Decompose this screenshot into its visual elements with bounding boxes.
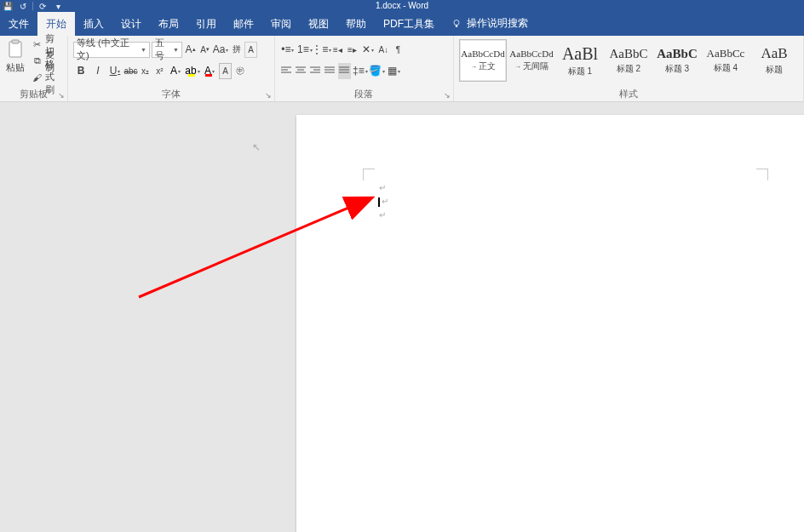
scissors-icon: ✂ — [32, 39, 42, 51]
tell-me[interactable]: 操作说明搜索 — [443, 16, 535, 36]
align-left-button[interactable] — [280, 63, 293, 79]
group-paragraph: •≡▾ 1≡▾ ⋮≡▾ ≡◂ ≡▸ ✕▾ A↓ ¶ — [275, 36, 454, 101]
italic-button[interactable]: I — [90, 63, 106, 79]
highlight-button[interactable]: ab▾ — [185, 63, 200, 79]
qat-more-icon[interactable]: ▾ — [52, 1, 64, 11]
format-painter-button[interactable]: 🖌格式刷 — [31, 70, 62, 84]
paragraph-mark-icon: ↵ — [379, 210, 386, 220]
svg-rect-1 — [456, 25, 457, 26]
paragraph-launcher-icon[interactable]: ↘ — [444, 91, 451, 100]
tab-view[interactable]: 视图 — [300, 12, 337, 36]
tab-references[interactable]: 引用 — [187, 12, 225, 36]
group-label-font: 字体↘ — [73, 86, 269, 101]
decrease-indent-button[interactable]: ≡◂ — [331, 42, 344, 58]
grow-font-button[interactable]: A▴ — [184, 42, 197, 58]
change-case-button[interactable]: Aa▾ — [213, 42, 228, 58]
ribbon-tabs: 文件 开始 插入 设计 布局 引用 邮件 审阅 视图 帮助 PDF工具集 操作说… — [0, 12, 804, 36]
show-marks-button[interactable]: ¶ — [392, 42, 405, 58]
tab-mailings[interactable]: 邮件 — [225, 12, 262, 36]
tab-file[interactable]: 文件 — [0, 12, 37, 36]
margin-mark-top-right — [756, 169, 768, 180]
style-item-4[interactable]: AaBbC标题 3 — [653, 39, 701, 82]
subscript-button[interactable]: x₂ — [139, 63, 152, 79]
tell-me-label: 操作说明搜索 — [467, 16, 528, 31]
shading-button[interactable]: 🪣▾ — [370, 63, 385, 79]
document-title: 1.docx - Word — [376, 0, 428, 10]
align-right-button[interactable] — [309, 63, 322, 79]
mouse-cursor-icon: ↖ — [252, 141, 261, 153]
tab-insert[interactable]: 插入 — [75, 12, 112, 36]
paragraph-mark-icon: ↵ — [379, 183, 386, 192]
numbering-button[interactable]: 1≡▾ — [297, 42, 313, 58]
line-spacing-button[interactable]: ‡≡▾ — [353, 63, 368, 79]
group-label-clipboard: 剪贴板↘ — [5, 86, 62, 101]
style-item-6[interactable]: AaB标题 — [750, 39, 798, 82]
bold-button[interactable]: B — [73, 63, 89, 79]
group-label-styles: 样式 — [459, 86, 798, 101]
group-font: 等线 (中文正文)▼ 五号▼ A▴ A▾ Aa▾ 拼 A B I U▾ abc … — [68, 36, 275, 101]
superscript-button[interactable]: x² — [153, 63, 166, 79]
lightbulb-icon — [451, 19, 462, 29]
title-bar: 💾 ↺ ⟳ ▾ 1.docx - Word — [0, 0, 804, 12]
svg-rect-3 — [12, 40, 19, 43]
paste-button[interactable]: 粘贴 — [5, 37, 26, 86]
group-styles: AaBbCcDd→ 正文AaBbCcDd→ 无间隔AaBl标题 1AaBbC标题… — [454, 36, 804, 101]
font-family-combo[interactable]: 等线 (中文正文)▼ — [73, 42, 150, 58]
group-label-paragraph: 段落↘ — [280, 86, 448, 101]
style-item-3[interactable]: AaBbC标题 2 — [605, 39, 652, 82]
clipboard-launcher-icon[interactable]: ↘ — [58, 91, 65, 100]
justify-button[interactable] — [324, 63, 336, 79]
font-launcher-icon[interactable]: ↘ — [265, 91, 272, 100]
redo-icon[interactable]: ⟳ — [37, 1, 49, 11]
svg-rect-2 — [9, 42, 21, 57]
tab-design[interactable]: 设计 — [112, 12, 150, 36]
group-clipboard: 粘贴 ✂剪切 ⧉复制 🖌格式刷 剪贴板↘ — [0, 36, 68, 101]
text-effect-button[interactable]: A▾ — [168, 63, 183, 79]
copy-icon: ⧉ — [32, 55, 42, 67]
underline-button[interactable]: U▾ — [107, 63, 123, 79]
styles-gallery[interactable]: AaBbCcDd→ 正文AaBbCcDd→ 无间隔AaBl标题 1AaBbC标题… — [459, 37, 798, 86]
tab-pdf-tools[interactable]: PDF工具集 — [375, 12, 443, 36]
paste-label: 粘贴 — [6, 61, 25, 74]
shrink-font-button[interactable]: A▾ — [198, 42, 211, 58]
borders-button[interactable]: ▦▾ — [387, 63, 402, 79]
char-shading-button[interactable]: A — [219, 63, 232, 79]
font-size-combo[interactable]: 五号▼ — [152, 42, 182, 58]
style-item-2[interactable]: AaBl标题 1 — [556, 39, 604, 82]
text-cursor — [378, 197, 380, 207]
asian-layout-button[interactable]: ✕▾ — [360, 42, 376, 58]
paste-icon — [5, 39, 26, 60]
increase-indent-button[interactable]: ≡▸ — [346, 42, 359, 58]
margin-mark-top-left — [363, 169, 375, 180]
undo-icon[interactable]: ↺ — [17, 1, 29, 11]
distribute-button[interactable] — [338, 63, 351, 79]
bullets-button[interactable]: •≡▾ — [280, 42, 296, 58]
save-icon[interactable]: 💾 — [2, 1, 14, 11]
svg-point-0 — [454, 20, 459, 25]
style-item-5[interactable]: AaBbCc标题 4 — [702, 39, 749, 82]
tab-layout[interactable]: 布局 — [150, 12, 187, 36]
align-center-button[interactable] — [295, 63, 307, 79]
separator — [32, 2, 33, 10]
tab-help[interactable]: 帮助 — [337, 12, 375, 36]
paintbrush-icon: 🖌 — [32, 72, 42, 83]
clear-format-button[interactable]: A — [244, 42, 257, 58]
style-item-1[interactable]: AaBbCcDd→ 无间隔 — [508, 39, 555, 82]
strikethrough-button[interactable]: abc — [124, 63, 137, 79]
paragraph-mark-icon: ↵ — [382, 197, 388, 206]
style-item-0[interactable]: AaBbCcDd→ 正文 — [459, 39, 507, 82]
tab-review[interactable]: 审阅 — [262, 12, 300, 36]
font-color-button[interactable]: A▾ — [202, 63, 217, 79]
quick-access-toolbar: 💾 ↺ ⟳ ▾ — [0, 1, 64, 11]
sort-button[interactable]: A↓ — [377, 42, 390, 58]
multilevel-list-button[interactable]: ⋮≡▾ — [314, 42, 330, 58]
phonetic-guide-button[interactable]: 拼 — [230, 42, 243, 58]
enclose-char-button[interactable]: ㊥ — [233, 63, 246, 79]
ribbon: 粘贴 ✂剪切 ⧉复制 🖌格式刷 剪贴板↘ 等线 (中文正文)▼ 五号▼ A▴ A… — [0, 36, 804, 102]
